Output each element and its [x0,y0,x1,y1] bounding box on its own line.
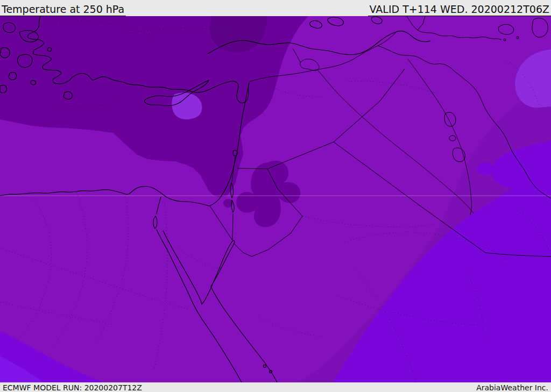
title-bar: Temperature at 250 hPa VALID T+114 WED. … [0,0,551,16]
weather-map-svg [0,16,551,382]
model-run-label: ECMWF MODEL RUN: 20200207T12Z [0,383,145,392]
weather-map-page: Temperature at 250 hPa VALID T+114 WED. … [0,0,551,392]
status-bar: ECMWF MODEL RUN: 20200207T12Z ArabiaWeat… [0,382,551,392]
map-canvas [0,16,551,382]
temperature-fill-layers [0,16,551,382]
brand-credit-label: ArabiaWeather Inc. [474,383,551,392]
page-title: Temperature at 250 hPa [0,3,126,16]
temp-band-bright-small-spot [477,162,493,175]
valid-time-label: VALID T+114 WED. 20200212T06Z [368,3,551,16]
